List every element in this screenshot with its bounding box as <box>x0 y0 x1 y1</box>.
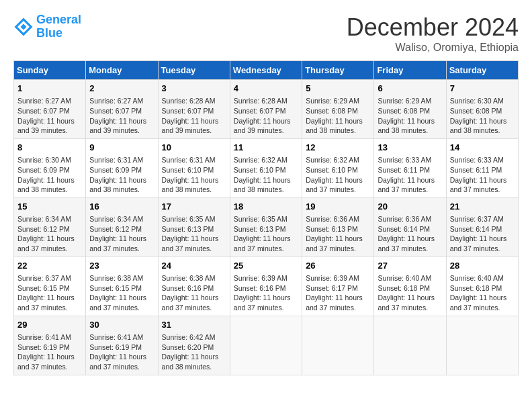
day-number: 17 <box>162 201 226 213</box>
day-info: Sunrise: 6:29 AM Sunset: 6:08 PM Dayligh… <box>378 96 442 136</box>
calendar-cell <box>230 316 302 375</box>
day-info: Sunrise: 6:27 AM Sunset: 6:07 PM Dayligh… <box>89 96 154 136</box>
calendar-cell <box>374 316 446 375</box>
calendar-cell: 4Sunrise: 6:28 AM Sunset: 6:07 PM Daylig… <box>230 80 302 139</box>
day-number: 22 <box>17 260 82 272</box>
day-number: 29 <box>17 319 82 331</box>
day-info: Sunrise: 6:29 AM Sunset: 6:08 PM Dayligh… <box>306 96 370 136</box>
day-info: Sunrise: 6:28 AM Sunset: 6:07 PM Dayligh… <box>234 96 298 136</box>
logo-icon <box>13 17 34 37</box>
weekday-header-friday: Friday <box>374 61 446 80</box>
calendar-cell: 10Sunrise: 6:31 AM Sunset: 6:10 PM Dayli… <box>158 138 230 197</box>
location: Waliso, Oromiya, Ethiopia <box>347 42 519 54</box>
calendar-cell: 31Sunrise: 6:42 AM Sunset: 6:20 PM Dayli… <box>158 316 230 375</box>
day-info: Sunrise: 6:33 AM Sunset: 6:11 PM Dayligh… <box>450 155 515 195</box>
day-number: 6 <box>378 83 442 95</box>
weekday-header-monday: Monday <box>86 61 158 80</box>
day-info: Sunrise: 6:38 AM Sunset: 6:16 PM Dayligh… <box>162 273 226 313</box>
calendar-cell: 15Sunrise: 6:34 AM Sunset: 6:12 PM Dayli… <box>14 197 86 257</box>
week-row-2: 8Sunrise: 6:30 AM Sunset: 6:09 PM Daylig… <box>14 138 519 197</box>
logo: General Blue <box>13 13 81 40</box>
calendar-cell: 24Sunrise: 6:38 AM Sunset: 6:16 PM Dayli… <box>158 257 230 316</box>
calendar-cell: 5Sunrise: 6:29 AM Sunset: 6:08 PM Daylig… <box>302 80 374 139</box>
day-info: Sunrise: 6:34 AM Sunset: 6:12 PM Dayligh… <box>89 214 154 254</box>
day-number: 28 <box>450 260 515 272</box>
day-number: 5 <box>306 83 370 95</box>
day-number: 11 <box>234 142 298 154</box>
day-info: Sunrise: 6:40 AM Sunset: 6:18 PM Dayligh… <box>378 273 442 313</box>
calendar-cell <box>302 316 374 375</box>
weekday-header-wednesday: Wednesday <box>230 61 302 80</box>
calendar-cell <box>446 316 518 375</box>
day-number: 13 <box>378 142 442 154</box>
weekday-header-sunday: Sunday <box>14 61 86 80</box>
week-row-3: 15Sunrise: 6:34 AM Sunset: 6:12 PM Dayli… <box>14 197 519 257</box>
day-info: Sunrise: 6:30 AM Sunset: 6:08 PM Dayligh… <box>450 96 515 136</box>
week-row-4: 22Sunrise: 6:37 AM Sunset: 6:15 PM Dayli… <box>14 257 519 316</box>
page-header: General Blue December 2024 Waliso, Oromi… <box>13 13 519 54</box>
day-number: 2 <box>89 83 154 95</box>
calendar-cell: 7Sunrise: 6:30 AM Sunset: 6:08 PM Daylig… <box>446 80 518 139</box>
calendar-cell: 30Sunrise: 6:41 AM Sunset: 6:19 PM Dayli… <box>86 316 158 375</box>
day-info: Sunrise: 6:31 AM Sunset: 6:09 PM Dayligh… <box>89 155 154 195</box>
day-number: 26 <box>306 260 370 272</box>
day-number: 25 <box>234 260 298 272</box>
calendar-cell: 29Sunrise: 6:41 AM Sunset: 6:19 PM Dayli… <box>14 316 86 375</box>
day-info: Sunrise: 6:31 AM Sunset: 6:10 PM Dayligh… <box>162 155 226 195</box>
calendar-cell: 25Sunrise: 6:39 AM Sunset: 6:16 PM Dayli… <box>230 257 302 316</box>
day-info: Sunrise: 6:39 AM Sunset: 6:17 PM Dayligh… <box>306 273 370 313</box>
calendar-cell: 21Sunrise: 6:37 AM Sunset: 6:14 PM Dayli… <box>446 197 518 257</box>
day-info: Sunrise: 6:41 AM Sunset: 6:19 PM Dayligh… <box>89 332 154 372</box>
day-info: Sunrise: 6:36 AM Sunset: 6:13 PM Dayligh… <box>306 214 370 254</box>
calendar-cell: 6Sunrise: 6:29 AM Sunset: 6:08 PM Daylig… <box>374 80 446 139</box>
day-info: Sunrise: 6:35 AM Sunset: 6:13 PM Dayligh… <box>234 214 298 254</box>
day-info: Sunrise: 6:28 AM Sunset: 6:07 PM Dayligh… <box>162 96 226 136</box>
day-number: 18 <box>234 201 298 213</box>
week-row-1: 1Sunrise: 6:27 AM Sunset: 6:07 PM Daylig… <box>14 80 519 139</box>
day-number: 20 <box>378 201 442 213</box>
calendar-cell: 11Sunrise: 6:32 AM Sunset: 6:10 PM Dayli… <box>230 138 302 197</box>
day-number: 23 <box>89 260 154 272</box>
day-number: 4 <box>234 83 298 95</box>
day-number: 21 <box>450 201 515 213</box>
day-number: 16 <box>89 201 154 213</box>
calendar-cell: 16Sunrise: 6:34 AM Sunset: 6:12 PM Dayli… <box>86 197 158 257</box>
day-info: Sunrise: 6:35 AM Sunset: 6:13 PM Dayligh… <box>162 214 226 254</box>
day-number: 31 <box>162 319 226 331</box>
calendar-cell: 28Sunrise: 6:40 AM Sunset: 6:18 PM Dayli… <box>446 257 518 316</box>
calendar-cell: 8Sunrise: 6:30 AM Sunset: 6:09 PM Daylig… <box>14 138 86 197</box>
day-info: Sunrise: 6:36 AM Sunset: 6:14 PM Dayligh… <box>378 214 442 254</box>
calendar-cell: 19Sunrise: 6:36 AM Sunset: 6:13 PM Dayli… <box>302 197 374 257</box>
day-info: Sunrise: 6:42 AM Sunset: 6:20 PM Dayligh… <box>162 332 226 372</box>
day-info: Sunrise: 6:37 AM Sunset: 6:14 PM Dayligh… <box>450 214 515 254</box>
weekday-header-thursday: Thursday <box>302 61 374 80</box>
day-info: Sunrise: 6:38 AM Sunset: 6:15 PM Dayligh… <box>89 273 154 313</box>
calendar-table: SundayMondayTuesdayWednesdayThursdayFrid… <box>13 60 519 375</box>
day-info: Sunrise: 6:40 AM Sunset: 6:18 PM Dayligh… <box>450 273 515 313</box>
logo-text: General Blue <box>36 13 81 40</box>
day-number: 14 <box>450 142 515 154</box>
day-number: 7 <box>450 83 515 95</box>
day-info: Sunrise: 6:30 AM Sunset: 6:09 PM Dayligh… <box>17 155 82 195</box>
calendar-cell: 2Sunrise: 6:27 AM Sunset: 6:07 PM Daylig… <box>86 80 158 139</box>
day-info: Sunrise: 6:33 AM Sunset: 6:11 PM Dayligh… <box>378 155 442 195</box>
day-info: Sunrise: 6:32 AM Sunset: 6:10 PM Dayligh… <box>234 155 298 195</box>
calendar-cell: 12Sunrise: 6:32 AM Sunset: 6:10 PM Dayli… <box>302 138 374 197</box>
calendar-cell: 9Sunrise: 6:31 AM Sunset: 6:09 PM Daylig… <box>86 138 158 197</box>
calendar-cell: 22Sunrise: 6:37 AM Sunset: 6:15 PM Dayli… <box>14 257 86 316</box>
calendar-cell: 27Sunrise: 6:40 AM Sunset: 6:18 PM Dayli… <box>374 257 446 316</box>
day-number: 24 <box>162 260 226 272</box>
month-title: December 2024 <box>347 13 519 42</box>
day-number: 3 <box>162 83 226 95</box>
day-number: 27 <box>378 260 442 272</box>
day-info: Sunrise: 6:41 AM Sunset: 6:19 PM Dayligh… <box>17 332 82 372</box>
day-number: 10 <box>162 142 226 154</box>
calendar-cell: 23Sunrise: 6:38 AM Sunset: 6:15 PM Dayli… <box>86 257 158 316</box>
weekday-header-row: SundayMondayTuesdayWednesdayThursdayFrid… <box>14 61 519 80</box>
day-number: 12 <box>306 142 370 154</box>
calendar-cell: 13Sunrise: 6:33 AM Sunset: 6:11 PM Dayli… <box>374 138 446 197</box>
day-number: 8 <box>17 142 82 154</box>
day-info: Sunrise: 6:27 AM Sunset: 6:07 PM Dayligh… <box>17 96 82 136</box>
day-number: 30 <box>89 319 154 331</box>
day-info: Sunrise: 6:32 AM Sunset: 6:10 PM Dayligh… <box>306 155 370 195</box>
